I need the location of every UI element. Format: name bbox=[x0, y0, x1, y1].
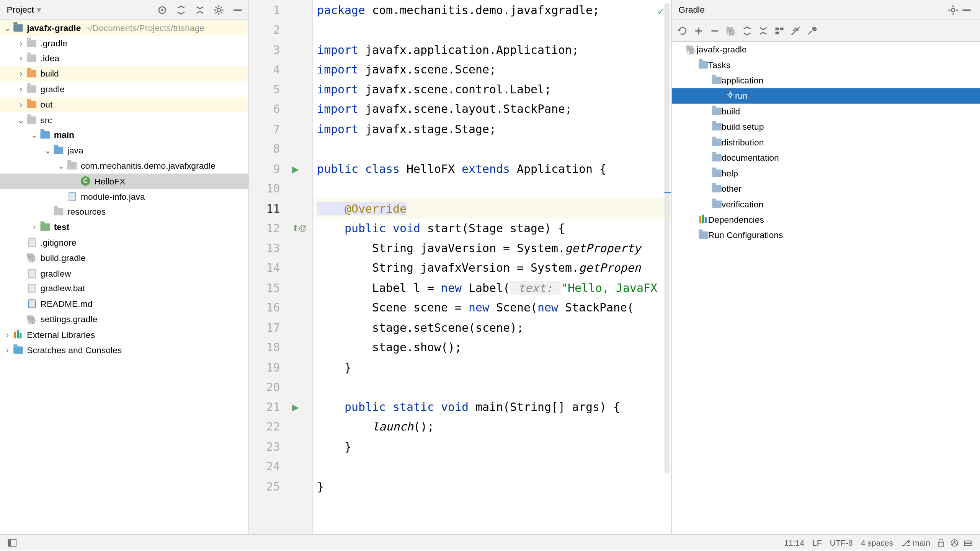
chevron-right-icon[interactable]: › bbox=[16, 38, 26, 48]
gradle-tasks-node[interactable]: Tasks bbox=[672, 57, 980, 72]
chevron-down-icon[interactable]: ⌄ bbox=[43, 145, 53, 155]
gutter-line[interactable]: 1 bbox=[249, 0, 312, 20]
gutter-line[interactable]: 20 bbox=[249, 377, 312, 397]
gradle-dependencies-node[interactable]: Dependencies bbox=[672, 212, 980, 227]
gutter-line[interactable]: 7 bbox=[249, 119, 312, 139]
tree-item[interactable]: resources bbox=[0, 204, 248, 220]
tree-item[interactable]: ⌄ java bbox=[0, 143, 248, 158]
select-opened-file-icon[interactable] bbox=[155, 3, 169, 16]
refresh-icon[interactable] bbox=[676, 24, 689, 37]
tree-item[interactable]: › .idea bbox=[0, 51, 248, 66]
tree-item[interactable]: .gitignore bbox=[0, 235, 248, 250]
override-gutter-icon[interactable]: ⬆@ bbox=[292, 223, 307, 233]
chevron-right-icon[interactable]: › bbox=[16, 69, 26, 79]
gutter-line[interactable]: 18 bbox=[249, 337, 312, 357]
chevron-right-icon[interactable]: › bbox=[29, 222, 39, 232]
editor-gutter[interactable]: 1 2 3 4 5 6 7 8 9▶ 10 11 12⬆@ 13 14 15 1… bbox=[249, 0, 313, 534]
offline-mode-icon[interactable] bbox=[789, 24, 802, 37]
settings-icon[interactable] bbox=[212, 3, 225, 16]
tree-item[interactable]: › External Libraries bbox=[0, 327, 248, 342]
gutter-line[interactable]: 14 bbox=[249, 258, 312, 278]
tree-item-selected[interactable]: C HelloFX bbox=[0, 174, 248, 189]
gutter-line[interactable]: 11 bbox=[249, 199, 312, 218]
gutter-line[interactable]: 2 bbox=[249, 20, 312, 40]
chevron-right-icon[interactable]: › bbox=[3, 345, 12, 355]
run-gutter-icon[interactable]: ▶ bbox=[292, 162, 299, 175]
lock-icon[interactable] bbox=[934, 536, 947, 549]
gutter-line[interactable]: 22 bbox=[249, 417, 312, 437]
chevron-down-icon[interactable]: ⌄ bbox=[3, 23, 12, 33]
gutter-line[interactable]: 9▶ bbox=[249, 159, 312, 179]
project-panel-title[interactable]: Project ▾ bbox=[4, 5, 42, 15]
tree-item[interactable]: › Scratches and Consoles bbox=[0, 342, 248, 357]
gutter-line[interactable]: 12⬆@ bbox=[249, 218, 312, 238]
tree-item[interactable]: ⌄ main bbox=[0, 127, 248, 143]
memory-indicator-icon[interactable] bbox=[961, 536, 975, 549]
tree-item[interactable]: › build bbox=[0, 66, 248, 82]
hide-panel-icon[interactable] bbox=[231, 3, 244, 16]
tree-item[interactable]: gradlew bbox=[0, 266, 248, 281]
collapse-all-icon[interactable] bbox=[193, 3, 207, 16]
gutter-line[interactable]: 24 bbox=[249, 456, 312, 476]
code-editor[interactable]: ✓ package com.mechanitis.demo.javafxgrad… bbox=[313, 0, 671, 534]
gutter-line[interactable]: 10 bbox=[249, 179, 312, 199]
chevron-right-icon[interactable]: › bbox=[16, 54, 26, 64]
remove-icon[interactable] bbox=[708, 24, 722, 37]
tree-root[interactable]: ⌄ javafx-gradle ~/Documents/Projects/tri… bbox=[0, 20, 248, 36]
chevron-down-icon[interactable]: ⌄ bbox=[57, 161, 66, 171]
execute-task-icon[interactable]: 🐘 bbox=[724, 24, 738, 37]
inspection-ok-icon[interactable]: ✓ bbox=[657, 4, 664, 18]
tree-item[interactable]: › gradle bbox=[0, 82, 248, 97]
tree-item[interactable]: › out bbox=[0, 97, 248, 112]
gradle-task-group[interactable]: build setup bbox=[672, 119, 980, 134]
chevron-down-icon[interactable]: ⌄ bbox=[16, 115, 26, 125]
tree-item[interactable]: gradlew.bat bbox=[0, 281, 248, 296]
expand-all-icon[interactable] bbox=[174, 3, 188, 16]
gradle-task-run[interactable]: run bbox=[672, 88, 980, 103]
gradle-task-group[interactable]: documentation bbox=[672, 150, 980, 165]
gradle-task-group[interactable]: other bbox=[672, 181, 980, 196]
inspection-profile-icon[interactable] bbox=[948, 536, 961, 549]
tree-item[interactable]: 🐘 build.gradle bbox=[0, 250, 248, 266]
gutter-line[interactable]: 5 bbox=[249, 79, 312, 99]
tree-item[interactable]: › test bbox=[0, 220, 248, 235]
gutter-line[interactable]: 23 bbox=[249, 437, 312, 456]
tree-item[interactable]: › .gradle bbox=[0, 36, 248, 51]
tree-item[interactable]: 🐘 settings.gradle bbox=[0, 311, 248, 327]
tool-windows-icon[interactable] bbox=[5, 536, 19, 549]
gradle-task-group[interactable]: distribution bbox=[672, 135, 980, 150]
gutter-line[interactable]: 16 bbox=[249, 298, 312, 318]
tree-item[interactable]: README.md bbox=[0, 296, 248, 311]
chevron-right-icon[interactable]: › bbox=[16, 99, 26, 109]
build-tool-settings-icon[interactable] bbox=[805, 24, 818, 37]
editor-scrollbar[interactable] bbox=[664, 3, 670, 474]
gutter-line[interactable]: 25 bbox=[249, 476, 312, 496]
gradle-task-group[interactable]: help bbox=[672, 166, 980, 181]
status-indent[interactable]: 4 spaces bbox=[861, 538, 893, 548]
collapse-all-icon[interactable] bbox=[756, 24, 770, 37]
tree-item[interactable]: module-info.java bbox=[0, 189, 248, 204]
gradle-settings-icon[interactable] bbox=[946, 3, 960, 16]
status-position[interactable]: 11:14 bbox=[784, 538, 804, 548]
project-tree[interactable]: ⌄ javafx-gradle ~/Documents/Projects/tri… bbox=[0, 20, 248, 534]
gutter-line[interactable]: 6 bbox=[249, 99, 312, 119]
gradle-run-configs-node[interactable]: Run Configurations bbox=[672, 227, 980, 243]
gutter-line[interactable]: 13 bbox=[249, 238, 312, 258]
chevron-right-icon[interactable]: › bbox=[16, 84, 26, 94]
tree-item[interactable]: ⌄ com.mechanitis.demo.javafxgradle bbox=[0, 158, 248, 173]
gradle-task-group[interactable]: application bbox=[672, 73, 980, 88]
gradle-task-group[interactable]: build bbox=[672, 104, 980, 119]
hide-panel-icon[interactable] bbox=[960, 3, 973, 16]
gutter-line[interactable]: 21▶ bbox=[249, 397, 312, 417]
status-git-branch[interactable]: ⎇main bbox=[901, 538, 930, 548]
status-encoding[interactable]: UTF-8 bbox=[830, 538, 853, 548]
gutter-line[interactable]: 19 bbox=[249, 357, 312, 377]
toggle-tasks-icon[interactable] bbox=[773, 24, 786, 37]
tree-item[interactable]: ⌄ src bbox=[0, 112, 248, 127]
gradle-task-group[interactable]: verification bbox=[672, 196, 980, 212]
chevron-down-icon[interactable]: ⌄ bbox=[29, 130, 39, 140]
gutter-line[interactable]: 17 bbox=[249, 318, 312, 337]
gradle-tree[interactable]: 🐘 javafx-gradle Tasks application run bbox=[672, 42, 980, 534]
gutter-line[interactable]: 4 bbox=[249, 60, 312, 80]
status-line-separator[interactable]: LF bbox=[812, 538, 822, 548]
